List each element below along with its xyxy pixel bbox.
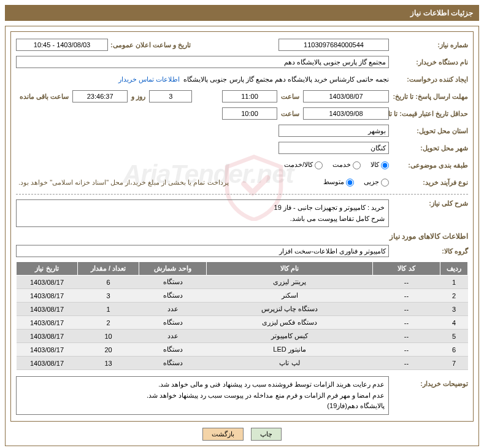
cell-qty: 20	[78, 343, 139, 357]
label-reply-deadline: مهلت ارسال پاسخ: تا تاریخ:	[391, 93, 468, 101]
overall-need-line1: خرید : کامپیوتر و تجهیزات جانبی - فاز 19	[20, 203, 385, 214]
cell-date: 1403/08/17	[17, 303, 78, 316]
label-remaining: ساعت باقی مانده	[20, 93, 69, 101]
th-unit: واحد شمارش	[139, 262, 207, 276]
table-row: 5--کیس کامپیوترعدد101403/08/17	[17, 330, 468, 343]
field-buyer-org: مجتمع گاز پارس جنوبی پالایشگاه دهم	[16, 56, 389, 68]
cell-unit: دستگاه	[139, 357, 207, 370]
th-row: ردیف	[440, 262, 468, 276]
label-subject-class: طبقه بندی موضوعی:	[391, 161, 468, 169]
cell-code: --	[373, 343, 440, 357]
table-row: 6--مانیتور LEDدستگاه201403/08/17	[17, 343, 468, 357]
overall-need-box: خرید : کامپیوتر و تجهیزات جانبی - فاز 19…	[16, 199, 389, 227]
remarks-line2: عدم امضا و مهر فرم الزامات و فرم منع مدا…	[20, 390, 385, 401]
table-row: 3--دستگاه چاپ لنزپرسعدد11403/08/17	[17, 303, 468, 316]
content-frame: شماره نیاز: 1103097684000544 تاریخ و ساع…	[5, 26, 479, 446]
cell-date: 1403/08/17	[17, 330, 78, 343]
cell-code: --	[373, 289, 440, 303]
table-row: 4--دستگاه فکس لیزریدستگاه21403/08/17	[17, 316, 468, 330]
field-need-no: 1103097684000544	[278, 39, 389, 51]
label-city: شهر محل تحویل:	[391, 144, 468, 152]
cell-row: 4	[440, 316, 468, 330]
label-overall-need: شرح کلی نیاز:	[391, 199, 468, 207]
divider	[16, 194, 468, 195]
cell-name: دستگاه فکس لیزری	[207, 316, 373, 330]
cell-date: 1403/08/17	[17, 316, 78, 330]
table-row: 1--پرینتر لیزریدستگاه61403/08/17	[17, 276, 468, 289]
field-requester: نجمه حاتمی کارشناس خرید پالایشگاه دهم مج…	[183, 75, 389, 83]
field-goods-group: کامپیوتر و فناوری اطلاعات-سخت افزار	[16, 245, 389, 257]
label-goods-group: گروه کالا:	[391, 247, 468, 255]
cell-unit: دستگاه	[139, 289, 207, 303]
cell-unit: عدد	[139, 303, 207, 316]
cell-unit: دستگاه	[139, 276, 207, 289]
cell-qty: 13	[78, 357, 139, 370]
cell-qty: 1	[78, 303, 139, 316]
buyer-contact-link[interactable]: اطلاعات تماس خریدار	[118, 75, 180, 83]
header-panel: شماره نیاز: 1103097684000544 تاریخ و ساع…	[10, 31, 474, 422]
overall-need-line2: شرح کامل تقاضا پیوست می باشد.	[20, 214, 385, 225]
radio-medium[interactable]: متوسط	[323, 178, 354, 187]
cell-name: دستگاه چاپ لنزپرس	[207, 303, 373, 316]
table-row: 2--اسکنردستگاه31403/08/17	[17, 289, 468, 303]
cell-qty: 10	[78, 330, 139, 343]
items-section-title: اطلاعات کالاهای مورد نیاز	[16, 232, 468, 241]
cell-date: 1403/08/17	[17, 276, 78, 289]
page-title: جزئیات اطلاعات نیاز	[5, 5, 479, 21]
buy-process-group: جزیی متوسط	[316, 178, 389, 187]
label-hour-2: ساعت	[281, 110, 299, 118]
button-row: چاپ بازگشت	[10, 428, 474, 441]
payment-note: پرداخت تمام یا بخشی از مبلغ خرید،از محل …	[18, 179, 229, 187]
label-hour-1: ساعت	[281, 93, 299, 101]
field-province: بوشهر	[278, 125, 389, 137]
field-price-time: 10:00	[222, 107, 277, 120]
cell-unit: عدد	[139, 330, 207, 343]
label-buy-process: نوع فرآیند خرید:	[391, 179, 468, 187]
label-need-no: شماره نیاز:	[391, 41, 468, 49]
field-reply-time: 11:00	[222, 90, 277, 102]
cell-name: اسکنر	[207, 289, 373, 303]
cell-qty: 3	[78, 289, 139, 303]
th-date: تاریخ نیاز	[17, 262, 78, 276]
label-province: استان محل تحویل:	[391, 127, 468, 135]
cell-name: مانیتور LED	[207, 343, 373, 357]
cell-name: پرینتر لیزری	[207, 276, 373, 289]
label-buyer-org: نام دستگاه خریدار:	[391, 58, 468, 66]
cell-row: 6	[440, 343, 468, 357]
cell-unit: دستگاه	[139, 343, 207, 357]
radio-goods-service[interactable]: کالا/خدمت	[284, 161, 323, 169]
field-price-date: 1403/09/08	[303, 107, 389, 120]
label-announce: تاریخ و ساعت اعلان عمومی:	[110, 41, 191, 49]
field-announce: 1403/08/03 - 10:45	[16, 39, 108, 51]
table-row: 7--لپ تاپدستگاه131403/08/17	[17, 357, 468, 370]
cell-qty: 6	[78, 276, 139, 289]
cell-date: 1403/08/17	[17, 289, 78, 303]
cell-code: --	[373, 303, 440, 316]
field-reply-date: 1403/08/07	[303, 90, 389, 102]
radio-partial[interactable]: جزیی	[364, 178, 389, 187]
cell-row: 1	[440, 276, 468, 289]
cell-row: 3	[440, 303, 468, 316]
remarks-line1: عدم رعایت هریند الزامات توسط فروشنده سبب…	[20, 379, 385, 390]
cell-code: --	[373, 276, 440, 289]
th-code: کد کالا	[373, 262, 440, 276]
label-buyer-remarks: توضیحات خریدار:	[391, 376, 468, 388]
cell-unit: دستگاه	[139, 316, 207, 330]
remarks-line3: پالایشگاه دهم(فاز19)	[20, 401, 385, 412]
th-name: نام کالا	[207, 262, 373, 276]
buyer-remarks-box: عدم رعایت هریند الزامات توسط فروشنده سبب…	[16, 376, 389, 415]
cell-code: --	[373, 357, 440, 370]
cell-name: کیس کامپیوتر	[207, 330, 373, 343]
th-qty: تعداد / مقدار	[78, 262, 139, 276]
field-city: کنگان	[278, 142, 389, 154]
radio-service[interactable]: خدمت	[332, 161, 361, 169]
radio-goods[interactable]: کالا	[371, 161, 389, 169]
subject-class-group: کالا خدمت کالا/خدمت	[277, 161, 389, 169]
cell-row: 5	[440, 330, 468, 343]
cell-date: 1403/08/17	[17, 343, 78, 357]
back-button[interactable]: بازگشت	[202, 428, 244, 441]
label-price-validity: حداقل تاریخ اعتبار قیمت: تا تاریخ:	[391, 110, 468, 118]
cell-qty: 2	[78, 316, 139, 330]
print-button[interactable]: چاپ	[251, 428, 282, 441]
cell-date: 1403/08/17	[17, 357, 78, 370]
